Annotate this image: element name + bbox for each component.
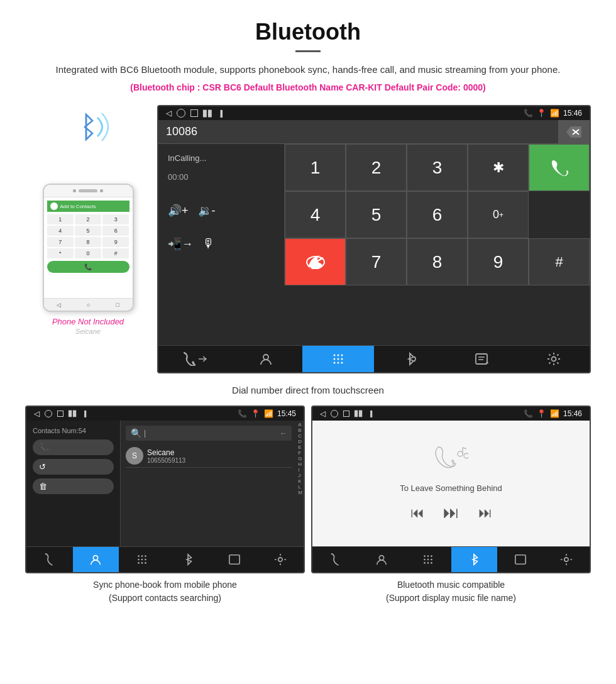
contacts-home-icon: [45, 410, 52, 417]
volume-up-icon: 🔊+: [168, 204, 189, 218]
dial-key-hangup[interactable]: [285, 238, 346, 285]
contacts-left-panel: Contacts Num:54 📞 ↺ 🗑: [26, 421, 121, 546]
music-nav-bluetooth[interactable]: [451, 547, 498, 572]
car-volume-controls: 🔊+ 🔉-: [168, 204, 275, 218]
car-status-left: ◁ ▊▊ ▐: [166, 109, 223, 118]
dial-key-1[interactable]: 1: [285, 144, 346, 191]
svg-point-54: [564, 558, 568, 561]
contacts-refresh-btn[interactable]: ↺: [33, 459, 114, 475]
title-divider: [295, 50, 321, 52]
music-nav-calllog[interactable]: [497, 547, 544, 572]
svg-point-39: [464, 453, 468, 458]
contacts-right-panel: 🔍 | ← S Seicane 10655059113: [121, 421, 297, 546]
contacts-recents-icon: [57, 411, 63, 417]
dial-key-4[interactable]: 4: [285, 191, 346, 238]
music-prev-btn[interactable]: ⏮: [410, 505, 424, 521]
car-calling-label: InCalling...: [168, 153, 275, 163]
page-title: Bluetooth: [13, 19, 603, 45]
car-backspace-button[interactable]: [558, 120, 590, 143]
svg-point-47: [431, 559, 432, 561]
nav-bluetooth[interactable]: [374, 346, 446, 372]
page-description: Integrated with BC6 Bluetooth module, su…: [13, 62, 603, 77]
contacts-nav-bluetooth[interactable]: [165, 547, 212, 572]
nav-bluetooth-icon: [403, 352, 417, 366]
dial-key-3[interactable]: 3: [407, 144, 468, 191]
phone-mockup: Add to Contacts 1 2 3 4 5 6 7 8 9 * 0 # …: [43, 184, 134, 312]
nav-settings[interactable]: [518, 346, 590, 372]
nav-phone[interactable]: [158, 346, 230, 372]
backspace-icon: [566, 126, 581, 138]
dial-key-0plus[interactable]: 0+: [468, 191, 529, 238]
contacts-nav-bar: [26, 546, 304, 572]
music-nav-settings[interactable]: [544, 547, 590, 572]
home-icon: [177, 109, 185, 118]
nav-calllog[interactable]: [446, 346, 517, 372]
music-status-bar: ◁ ▊▊ ▐ 📞 📍 📶 15:46: [312, 407, 590, 421]
music-nav-contacts[interactable]: [359, 547, 405, 572]
phone-call-button: 📞: [47, 261, 129, 273]
contacts-alpha-list: ABC DEF GHI JKL M: [297, 421, 304, 546]
dial-key-9[interactable]: 9: [468, 238, 529, 285]
dial-key-2[interactable]: 2: [346, 144, 407, 191]
svg-point-22: [551, 357, 556, 361]
music-play-btn[interactable]: ⏭: [443, 503, 459, 522]
nav-contacts[interactable]: [230, 346, 302, 372]
contacts-delete-btn[interactable]: 🗑: [33, 478, 114, 494]
contacts-nav-bt-icon: [182, 553, 194, 566]
dial-key-7[interactable]: 7: [346, 238, 407, 285]
dial-key-6[interactable]: 6: [407, 191, 468, 238]
music-icon-area: [434, 444, 468, 476]
contacts-nav-calllog[interactable]: [211, 547, 258, 572]
music-recents-icon: [343, 411, 349, 417]
music-nav-dialpad[interactable]: [405, 547, 451, 572]
contacts-phone-icon: 📞: [238, 409, 247, 418]
music-nav-phone[interactable]: [312, 547, 359, 572]
music-screen-block: ◁ ▊▊ ▐ 📞 📍 📶 15:46: [311, 405, 591, 605]
dial-key-5[interactable]: 5: [346, 191, 407, 238]
svg-point-50: [431, 562, 432, 564]
phone-home-btn: ○: [87, 302, 90, 308]
svg-point-46: [427, 559, 429, 561]
back-icon: ◁: [166, 109, 172, 118]
contacts-nav-phone-icon: [43, 553, 56, 566]
svg-point-15: [337, 362, 339, 364]
phone-not-included-label: Phone Not Included: [52, 317, 124, 326]
dial-key-hash[interactable]: #: [529, 238, 590, 285]
contacts-phone-btn[interactable]: 📞: [33, 439, 114, 455]
music-caption: Bluetooth music compatible (Support disp…: [386, 578, 516, 605]
svg-point-32: [145, 562, 146, 564]
contacts-nav-settings[interactable]: [258, 547, 304, 572]
phone-dialpad: 1 2 3 4 5 6 7 8 9 * 0 #: [47, 214, 129, 258]
car-other-controls: 📲→ 🎙: [168, 236, 275, 251]
contacts-nav-dialpad[interactable]: [119, 547, 165, 572]
nav-dialpad[interactable]: [302, 346, 374, 372]
car-main-content: InCalling... 00:00 🔊+ 🔉- 📲→ 🎙 1: [158, 144, 590, 345]
contacts-nav-contacts[interactable]: [73, 547, 119, 572]
music-home-icon: [331, 410, 338, 417]
hangup-icon: [305, 255, 326, 269]
car-number-display: 10086: [158, 120, 366, 143]
phone-camera: [100, 189, 103, 192]
contact-avatar: S: [126, 447, 143, 465]
contacts-caption-line2: (Support contacts searching): [109, 593, 221, 603]
dial-key-8[interactable]: 8: [407, 238, 468, 285]
svg-point-35: [278, 558, 282, 561]
phone-header-text: Add to Contacts: [60, 204, 96, 209]
bottom-screenshots: ◁ ▊▊ ▐ 📞 📍 📶 15:45 Contacts Num:54: [0, 405, 616, 617]
svg-point-13: [341, 358, 343, 360]
nav-transfer-icon: [197, 354, 207, 364]
phone-back-btn: ◁: [57, 302, 61, 308]
dial-key-call[interactable]: [529, 144, 590, 191]
music-next-btn[interactable]: ⏭: [478, 505, 492, 521]
contacts-caption: Sync phone-book from mobile phone (Suppo…: [93, 578, 237, 605]
bluetooth-wave-icon: [63, 105, 113, 149]
svg-point-41: [380, 556, 384, 560]
page-header: Bluetooth Integrated with BC6 Bluetooth …: [0, 0, 616, 99]
main-car-screen: ◁ ▊▊ ▐ 📞 📍 📶 15:46 10086: [157, 105, 591, 373]
svg-point-28: [141, 559, 143, 561]
contact-name: Seicane: [147, 448, 185, 457]
dial-key-star[interactable]: ✱: [468, 144, 529, 191]
location-icon: 📍: [537, 109, 546, 118]
phone-key-3: 3: [102, 214, 129, 224]
contacts-nav-phone[interactable]: [26, 547, 73, 572]
